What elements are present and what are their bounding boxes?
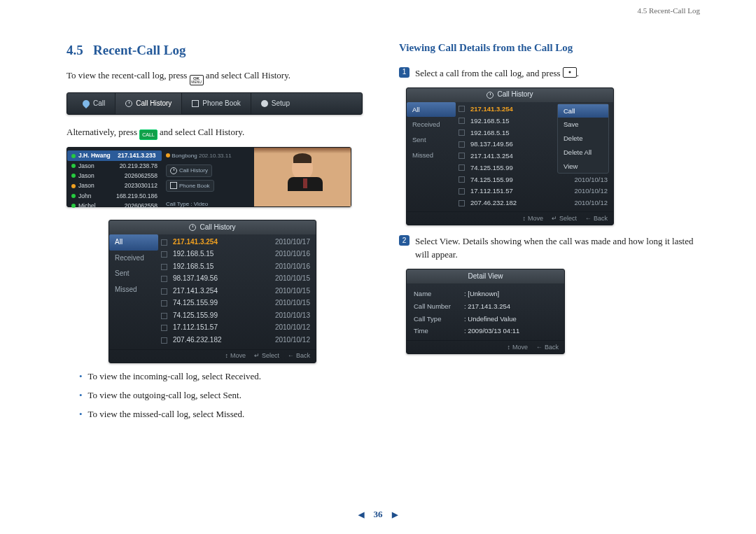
presence-icon	[71, 204, 76, 208]
sidebar-all: All	[407, 102, 456, 118]
step-2: 2 Select View. Details showing when the …	[399, 235, 700, 262]
checkbox-icon	[458, 200, 465, 206]
intro-paragraph-1: To view the recent-call log, press OKMEN…	[66, 69, 368, 85]
sidebar-missed: Missed	[407, 148, 456, 163]
footer-hints: Move Select Back	[109, 349, 316, 363]
contact-row: John168.219.50.186	[67, 191, 162, 201]
detail-title: Detail View	[407, 269, 564, 283]
back-hint: Back	[585, 214, 608, 223]
footer-hints: Move Select Back	[407, 211, 613, 225]
presence-icon	[166, 153, 170, 157]
page-navigation: ◀ 36 ▶	[0, 508, 756, 521]
right-column: Viewing Call Details from the Call Log 1…	[399, 41, 700, 427]
clock-icon	[189, 224, 196, 231]
pill-phone-book: Phone Book	[166, 180, 214, 192]
list-item: To view the incoming-call log, select Re…	[79, 370, 368, 384]
select-hint: Select	[254, 351, 279, 360]
screenshot-detail-view: Detail View Name[Unknown] Call Number217…	[406, 269, 565, 354]
enter-button-icon	[563, 67, 577, 78]
pill-call-history: Call History	[166, 164, 212, 177]
detail-row: Call TypeUndefined Value	[414, 313, 557, 325]
text: Alternatively, press	[66, 127, 139, 137]
text: and select Call History.	[204, 70, 290, 80]
nav-call-history: Call History	[115, 93, 181, 114]
step-1: 1 Select a call from the call log, and p…	[399, 67, 700, 80]
checkbox-icon	[458, 129, 465, 136]
sidebar-received: Received	[407, 117, 456, 132]
contact-row: Jason2023030112	[67, 181, 162, 190]
nav-setup: Setup	[251, 93, 300, 114]
clock-icon	[170, 167, 177, 174]
table-row: 207.46.232.1822010/10/12	[158, 334, 316, 346]
table-row: 217.141.3.2542010/10/17	[158, 236, 316, 248]
checkbox-icon	[458, 153, 465, 159]
select-hint: Select	[552, 214, 577, 223]
call-type-label: Call Type : Video	[166, 200, 250, 209]
back-hint: Back	[288, 351, 310, 360]
screenshot-navbar: Call Call History Phone Book Setup	[66, 92, 363, 115]
checkbox-icon	[458, 188, 465, 195]
step-badge-2: 2	[399, 235, 410, 246]
popup-call: Call	[558, 104, 608, 118]
presence-icon	[71, 154, 76, 158]
book-icon	[170, 182, 177, 189]
table-row: 217.141.3.2542010/10/15	[158, 285, 316, 297]
ok-menu-button-icon: OKMENU	[190, 75, 204, 85]
next-page-icon[interactable]: ▶	[392, 510, 398, 519]
presence-icon	[71, 184, 76, 188]
footer-hints: Move Back	[407, 340, 564, 353]
call-button-icon: CALL	[139, 129, 158, 140]
screenshot-call-history: Call History All Received Sent Missed 21…	[108, 220, 316, 363]
text: and select Call History.	[158, 127, 244, 137]
table-row: 192.168.5.152010/10/16	[158, 248, 316, 261]
checkbox-icon	[458, 176, 465, 183]
checkbox-icon	[458, 164, 465, 171]
book-icon	[192, 100, 199, 107]
presence-icon	[71, 164, 76, 168]
call-history-title: Call History	[497, 90, 533, 100]
move-hint: Move	[522, 214, 543, 223]
sidebar-sent: Sent	[109, 266, 158, 282]
list-item: To view the outgoing-call log, select Se…	[79, 389, 368, 402]
table-row: 17.112.151.572010/10/12	[158, 322, 316, 335]
checkbox-icon	[161, 313, 167, 319]
section-title: Recent-Call Log	[93, 43, 186, 57]
prev-page-icon[interactable]: ◀	[358, 510, 364, 519]
back-hint: Back	[536, 343, 559, 352]
overlay-middle: Bongbong 202.10.33.11 Call HistoryPhone …	[162, 148, 254, 206]
checkbox-icon	[458, 106, 465, 112]
move-hint: Move	[507, 343, 528, 352]
text: To view the recent-call log, press	[66, 70, 190, 80]
table-row: 74.125.155.992010/10/13	[158, 309, 316, 322]
context-popup: Call Save Delete Delete All View	[557, 104, 609, 174]
step-badge-1: 1	[399, 67, 410, 78]
intro-paragraph-2: Alternatively, press CALL and select Cal…	[66, 126, 368, 140]
text: Select a call from the call log, and pre…	[415, 68, 563, 78]
page-number: 36	[374, 509, 383, 519]
contact-row: Jason2026062558	[67, 171, 162, 181]
table-row: 74.125.155.992010/10/13	[456, 174, 613, 185]
clock-icon	[125, 100, 132, 107]
move-hint: Move	[225, 351, 246, 360]
presence-icon	[71, 194, 76, 198]
table-row: 74.125.155.992010/10/15	[158, 297, 316, 310]
history-sidebar: All Received Sent Missed	[109, 234, 158, 349]
sidebar-received: Received	[109, 251, 158, 267]
section-heading: 4.5 Recent-Call Log	[66, 41, 368, 60]
bullet-list: To view the incoming-call log, select Re…	[79, 370, 368, 421]
popup-view: View	[558, 160, 608, 174]
sidebar-sent: Sent	[407, 132, 456, 148]
checkbox-icon	[161, 300, 167, 307]
left-column: 4.5 Recent-Call Log To view the recent-c…	[66, 41, 368, 427]
checkbox-icon	[458, 118, 465, 124]
popup-delete: Delete	[558, 132, 608, 146]
table-row: 17.112.151.572010/10/12	[456, 185, 613, 197]
screenshot-video-overlay: J.H. Hwang 217.141.3.233 Jason20.219.238…	[66, 147, 351, 207]
phone-icon	[81, 99, 91, 108]
video-thumbnail	[254, 148, 351, 206]
checkbox-icon	[161, 325, 167, 331]
clock-icon	[486, 92, 493, 99]
text: .	[577, 68, 579, 78]
history-sidebar: All Received Sent Missed	[407, 102, 456, 212]
detail-row: Call Number217.141.3.254	[414, 300, 557, 313]
